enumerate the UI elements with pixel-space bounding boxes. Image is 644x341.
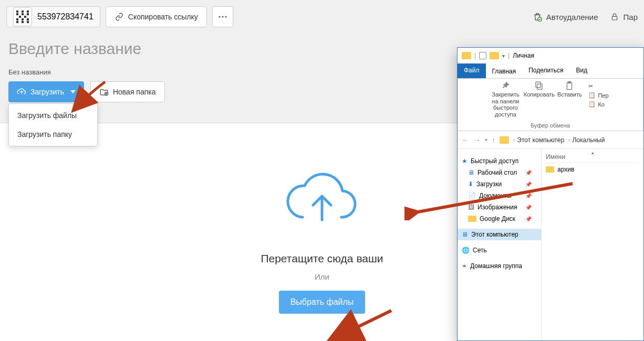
qr-icon (13, 7, 32, 26)
explorer-tabs: Файл Главная Поделиться Вид (458, 63, 643, 79)
explorer-file-list: ▴Имени архив (542, 149, 643, 341)
more-button[interactable] (212, 6, 233, 27)
cloud-upload-large-icon (283, 167, 361, 232)
board-id-value: 553972834741 (37, 12, 94, 22)
file-explorer-window[interactable]: | ▾ | Личная Файл Главная Поделиться Вид… (457, 47, 644, 341)
documents-icon: 📄 (468, 192, 476, 199)
pin-icon: 📌 (525, 193, 532, 199)
upload-folder-item[interactable]: Загрузить папку (9, 125, 97, 144)
or-text: Или (315, 272, 329, 281)
file-row[interactable]: архив (546, 163, 639, 176)
desktop-icon: 🖥 (468, 169, 474, 176)
breadcrumb-item[interactable]: ›Этот компьютер (513, 136, 564, 144)
copy-icon (534, 81, 544, 90)
svg-rect-9 (568, 82, 571, 83)
sidebar-downloads[interactable]: ⬇Загрузки📌 (458, 178, 541, 190)
sidebar-homegroup[interactable]: ⚭Домашняя группа (458, 260, 541, 272)
nav-recent[interactable]: ▾ (485, 137, 487, 143)
pin-icon: 📌 (525, 182, 532, 187)
folder-icon (546, 166, 554, 173)
nav-back[interactable]: ← (462, 136, 469, 144)
explorer-ribbon: Закрепить на панели быстрого доступа Коп… (458, 79, 643, 131)
pin-icon (501, 81, 510, 90)
ribbon-cut[interactable]: ✂ (588, 83, 608, 90)
explorer-nav: ← → ▾ ↑ ›Этот компьютер ›Локальный (458, 131, 643, 149)
board-id-chip[interactable]: 553972834741 (6, 6, 100, 27)
autodelete-label: Автоудаление (546, 13, 598, 22)
explorer-sidebar: ★Быстрый доступ 🖥Рабочий стол📌 ⬇Загрузки… (458, 149, 542, 341)
ribbon-shortcut[interactable]: 📋Ко (588, 101, 608, 108)
tab-file[interactable]: Файл (458, 63, 486, 78)
file-name: архив (557, 166, 574, 173)
upload-label: Загрузить (30, 88, 64, 96)
ribbon-copypath[interactable]: 📋Пер (588, 92, 608, 99)
star-icon: ★ (462, 157, 468, 165)
sidebar-desktop[interactable]: 🖥Рабочий стол📌 (458, 167, 541, 178)
scissors-icon: ✂ (588, 83, 593, 90)
save-icon[interactable] (479, 52, 486, 59)
link-icon (115, 12, 124, 22)
ribbon-paste[interactable]: Вставить (557, 81, 582, 118)
sidebar-documents[interactable]: 📄Документы📌 (458, 190, 541, 201)
pictures-icon: 🖼 (468, 204, 474, 211)
folder-icon (490, 52, 499, 59)
homegroup-icon: ⚭ (462, 262, 467, 270)
topbar-right: Автоудаление Пар (533, 12, 638, 22)
new-folder-label: Новая папка (113, 88, 156, 96)
folder-plus-icon (99, 87, 109, 97)
choose-files-button[interactable]: Выбрать файлы (279, 291, 366, 314)
sidebar-pictures[interactable]: 🖼Изображения📌 (458, 201, 541, 213)
new-folder-button[interactable]: Новая папка (90, 81, 165, 102)
column-header-name[interactable]: ▴Имени (546, 151, 639, 163)
sidebar-this-pc[interactable]: 🖥Этот компьютер (458, 229, 541, 240)
svg-rect-6 (537, 84, 542, 90)
shortcut-icon: 📋 (588, 101, 596, 108)
password-button[interactable]: Пар (610, 12, 638, 22)
dots-icon (218, 12, 227, 22)
pin-icon: 📌 (525, 216, 532, 222)
path-icon: 📋 (588, 92, 596, 99)
autodelete-button[interactable]: Автоудаление (533, 12, 598, 22)
pc-icon: 🖥 (462, 231, 468, 238)
upload-button[interactable]: Загрузить (8, 81, 84, 102)
svg-point-0 (219, 16, 220, 17)
top-toolbar: 553972834741 Скопировать ссылку Автоудал… (0, 0, 644, 34)
pin-icon: 📌 (525, 205, 532, 210)
paste-icon (565, 81, 574, 90)
nav-fwd[interactable]: → (473, 136, 481, 144)
svg-rect-7 (536, 82, 541, 88)
ribbon-group-label: Буфер обмена (531, 121, 570, 130)
svg-point-1 (222, 16, 223, 17)
upload-dropdown: Загрузить файлы Загрузить папку (8, 103, 98, 146)
chevron-down-icon (70, 90, 76, 93)
download-icon: ⬇ (468, 180, 473, 188)
copy-link-label: Скопировать ссылку (128, 13, 198, 21)
ribbon-copy[interactable]: Копировать (525, 81, 553, 118)
tab-main[interactable]: Главная (486, 63, 523, 78)
cloud-upload-icon (17, 87, 26, 97)
trash-check-icon (533, 12, 542, 22)
pin-icon: 📌 (525, 170, 532, 176)
breadcrumb-item[interactable]: ›Локальный (568, 136, 605, 144)
svg-point-2 (225, 16, 226, 17)
tab-view[interactable]: Вид (569, 63, 594, 78)
nav-up[interactable]: ↑ (492, 136, 495, 144)
svg-rect-4 (612, 16, 617, 20)
sidebar-gdrive[interactable]: Google Диск📌 (458, 213, 541, 225)
sidebar-quick-access[interactable]: ★Быстрый доступ (458, 155, 541, 167)
ribbon-pin[interactable]: Закрепить на панели быстрого доступа (490, 81, 521, 118)
explorer-title: Личная (513, 52, 534, 59)
tab-share[interactable]: Поделиться (522, 63, 569, 78)
explorer-titlebar[interactable]: | ▾ | Личная (458, 48, 643, 63)
upload-files-item[interactable]: Загрузить файлы (9, 106, 97, 125)
sidebar-network[interactable]: 🌐Сеть (458, 244, 541, 256)
folder-icon (468, 216, 476, 222)
folder-icon (462, 52, 471, 59)
password-label: Пар (624, 13, 638, 22)
network-icon: 🌐 (462, 247, 470, 254)
lock-icon (610, 12, 619, 22)
drag-text: Перетащите сюда ваши (261, 252, 383, 265)
folder-icon (500, 136, 509, 144)
copy-link-button[interactable]: Скопировать ссылку (106, 6, 207, 27)
